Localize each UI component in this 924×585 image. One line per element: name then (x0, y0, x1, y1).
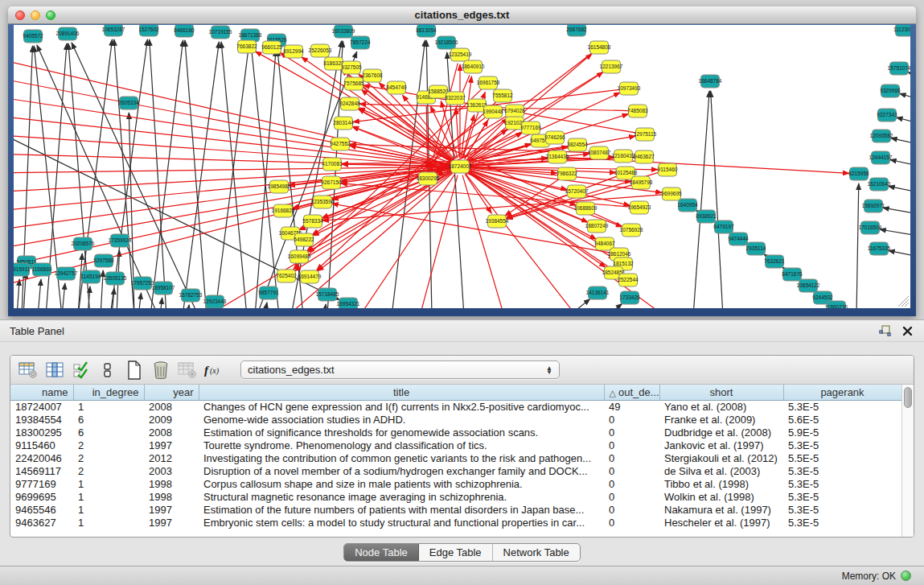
column-header-short[interactable]: short (659, 385, 783, 400)
graph-node[interactable]: 14136141 (586, 286, 610, 299)
citation-edge-black[interactable] (150, 40, 183, 308)
graph-node[interactable]: 10973493 (618, 82, 641, 95)
table-cell[interactable]: 5.3E-5 (783, 400, 901, 413)
table-cell[interactable]: 18300295 (10, 426, 73, 439)
graph-node[interactable]: 10719155 (209, 26, 232, 39)
graph-node[interactable]: 16782753 (179, 289, 203, 302)
graph-node[interactable]: 7857224 (350, 36, 371, 49)
close-panel-icon[interactable] (900, 323, 914, 338)
graph-node[interactable]: 1733426 (619, 291, 640, 304)
graph-node[interactable]: 9227343 (877, 109, 897, 122)
graph-node[interactable]: 7555812 (492, 89, 513, 102)
graph-node[interactable]: 8215958 (848, 167, 869, 180)
graph-node[interactable]: 16958107 (152, 282, 175, 295)
table-cell[interactable]: 0 (604, 426, 659, 439)
graph-node[interactable]: 2935114 (746, 242, 766, 255)
table-cell[interactable]: Investigating the contribution of common… (199, 451, 604, 464)
table-cell[interactable]: 19384554 (10, 413, 73, 426)
graph-node[interactable]: 2605334 (118, 97, 139, 109)
table-cell[interactable]: de Silva et al. (2003) (659, 464, 783, 477)
table-cell[interactable]: Disruption of a novel member of a sodium… (199, 464, 604, 477)
table-cell[interactable]: 2009 (144, 413, 199, 426)
table-cell[interactable]: 5.9E-5 (783, 426, 901, 439)
citation-edge-black[interactable] (569, 299, 590, 308)
graph-node[interactable]: 17016504 (859, 221, 882, 234)
graph-node[interactable]: 11860736 (825, 301, 848, 308)
graph-node[interactable]: 8466160 (174, 25, 195, 37)
graph-node[interactable]: 9777169 (520, 122, 541, 134)
citation-edge-red[interactable] (14, 57, 451, 165)
citation-edge-black[interactable] (255, 50, 276, 308)
table-cell[interactable]: 0 (604, 516, 659, 529)
table-cell[interactable]: 18724007 (10, 400, 73, 413)
graph-node[interactable]: 9660125 (261, 41, 282, 54)
graph-node[interactable]: 16154808 (588, 41, 611, 54)
graph-node[interactable]: 18807249 (585, 220, 609, 233)
graph-node[interactable]: 12444157 (869, 151, 893, 164)
citation-edge-black[interactable] (215, 45, 248, 308)
table-cell[interactable]: 5.3E-5 (783, 490, 901, 503)
node-table-grid[interactable]: namein_degreeyeartitle△out_de...shortpag… (10, 385, 901, 538)
memory-ok-icon[interactable] (901, 571, 911, 581)
graph-node[interactable]: 5578334 (302, 215, 323, 228)
table-cell[interactable]: Dudbridge et al. (2008) (659, 426, 783, 439)
citation-edge-black[interactable] (138, 293, 142, 308)
table-column-icon[interactable] (43, 360, 66, 381)
delete-table-icon[interactable] (176, 360, 199, 381)
graph-node[interactable]: 9463627 (634, 150, 655, 163)
table-cell[interactable]: 2008 (144, 426, 199, 439)
table-cell[interactable]: 6 (73, 413, 144, 426)
graph-node[interactable]: 1990448 (483, 105, 503, 118)
table-cell[interactable]: 1997 (144, 503, 199, 516)
graph-node[interactable]: 10654122 (797, 279, 820, 292)
table-selector-dropdown[interactable]: citations_edges.txt ▲▼ (240, 360, 560, 379)
column-header-out_de[interactable]: △out_de... (604, 385, 659, 400)
graph-node[interactable]: 18300295 (417, 172, 440, 185)
graph-node[interactable]: 6479197 (713, 220, 734, 233)
citation-edge-black[interactable] (17, 279, 19, 308)
graph-node[interactable]: 19218506 (435, 36, 458, 49)
graph-node[interactable]: 2367608 (362, 69, 383, 82)
graph-node[interactable]: 10756928 (620, 224, 643, 237)
graph-node[interactable]: 3915911 (14, 263, 31, 276)
graph-node[interactable]: 16914479 (298, 270, 322, 283)
table-cell[interactable]: 2012 (144, 451, 199, 464)
citation-edge-black[interactable] (900, 93, 910, 99)
table-cell[interactable]: 1997 (144, 439, 199, 451)
table-cell[interactable]: 0 (604, 490, 659, 503)
table-cell[interactable]: 5.3E-5 (783, 439, 901, 451)
graph-node[interactable]: 9405572 (23, 30, 43, 43)
graph-node[interactable]: 7986322 (556, 167, 577, 180)
citation-edge-red[interactable] (461, 76, 471, 158)
table-cell[interactable]: 0 (604, 503, 659, 516)
graph-node[interactable]: 21364436 (546, 150, 569, 163)
citation-edge-black[interactable] (110, 39, 147, 308)
graph-node[interactable]: 16099489 (288, 250, 311, 263)
table-cell[interactable]: 2008 (144, 400, 199, 413)
graph-node[interactable]: 9297588 (93, 254, 114, 267)
graph-node[interactable]: 3824554 (567, 138, 588, 151)
graph-node[interactable]: 2687682 (566, 25, 587, 36)
table-cell[interactable]: Embryonic stem cells: a model to study s… (199, 516, 604, 529)
table-settings-icon[interactable] (17, 360, 39, 381)
graph-node[interactable]: 4170081 (322, 158, 343, 171)
tab-network-table[interactable]: Network Table (493, 544, 580, 561)
graph-node[interactable]: 9242848 (339, 97, 360, 110)
table-row[interactable]: 1872400712008Changes of HCN gene express… (10, 400, 901, 413)
table-row[interactable]: 1830029562008Estimation of significance … (10, 426, 901, 439)
graph-node[interactable]: 1156869 (32, 263, 52, 276)
graph-node[interactable]: 12325419 (449, 48, 472, 61)
citation-edge-black[interactable] (447, 52, 464, 308)
graph-node[interactable]: 12353594 (311, 196, 335, 208)
table-cell[interactable]: 1 (73, 516, 144, 529)
graph-node[interactable]: 19854985 (268, 180, 291, 193)
table-cell[interactable]: 49 (604, 400, 659, 413)
graph-node[interactable]: 7485083 (627, 105, 648, 117)
graph-node[interactable]: 15751074 (888, 62, 910, 75)
table-cell[interactable]: 1998 (144, 477, 199, 490)
table-cell[interactable]: 1998 (144, 490, 199, 503)
table-cell[interactable]: 5.3E-5 (783, 516, 901, 529)
graph-node[interactable]: 13505135 (104, 272, 127, 285)
graph-node[interactable]: 18495798 (630, 176, 653, 189)
graph-node[interactable]: 12942757 (55, 267, 78, 280)
